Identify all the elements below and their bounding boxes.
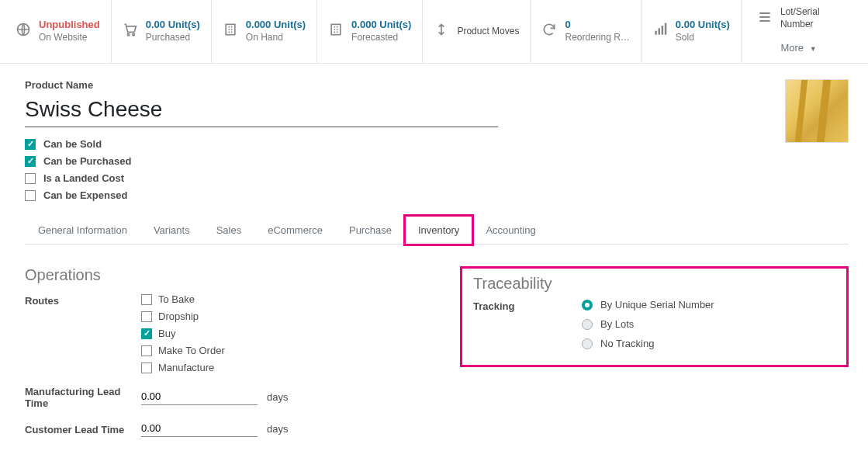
tab-inventory[interactable]: Inventory xyxy=(405,216,472,245)
svg-rect-5 xyxy=(655,31,657,35)
stat-lotserial-line2: Number xyxy=(780,19,820,31)
tab-ecommerce[interactable]: eCommerce xyxy=(254,216,336,245)
tabs-row: General Information Variants Sales eComm… xyxy=(25,215,849,245)
updown-arrows-icon xyxy=(434,22,449,41)
checkbox-icon xyxy=(141,363,152,373)
tracking-none[interactable]: No Tracking xyxy=(582,338,835,349)
building-icon xyxy=(223,22,238,41)
route-make-to-order[interactable]: Make To Order xyxy=(141,345,413,356)
form-area: Product Name Can be Sold Can be Purchase… xyxy=(0,64,868,442)
refresh-icon xyxy=(541,22,557,41)
tab-accounting[interactable]: Accounting xyxy=(472,216,548,245)
cust-lead-input[interactable] xyxy=(141,420,258,437)
svg-point-1 xyxy=(127,33,130,35)
stat-forecasted[interactable]: 0.000 Unit(s) Forecasted xyxy=(317,0,423,63)
checkbox-icon xyxy=(25,139,36,150)
svg-rect-7 xyxy=(662,26,664,35)
checkbox-landed-cost[interactable]: Is a Landed Cost xyxy=(25,172,498,184)
route-label: Dropship xyxy=(158,310,199,322)
route-to-bake[interactable]: To Bake xyxy=(141,293,413,305)
checkbox-icon xyxy=(25,156,36,167)
mfg-lead-input[interactable] xyxy=(141,388,258,405)
stat-reordering[interactable]: 0 Reordering R… xyxy=(531,0,641,63)
checkbox-icon xyxy=(25,190,36,201)
checkbox-icon xyxy=(25,173,36,184)
route-label: Make To Order xyxy=(158,345,225,356)
tracking-lots[interactable]: By Lots xyxy=(582,318,835,330)
operations-title: Operations xyxy=(25,266,413,284)
globe-icon xyxy=(16,22,31,41)
days-unit: days xyxy=(267,391,288,403)
product-name-label: Product Name xyxy=(25,79,498,91)
tracking-label: Tracking xyxy=(473,299,582,312)
stat-website-status: Unpublished xyxy=(39,19,100,32)
tab-sales[interactable]: Sales xyxy=(203,216,255,245)
traceability-section: Traceability Tracking By Unique Serial N… xyxy=(460,266,849,367)
stat-reordering-label: Reordering R… xyxy=(565,32,629,44)
stat-lotserial[interactable]: Lot/Serial Number xyxy=(742,0,831,37)
radio-label: By Lots xyxy=(600,318,634,330)
inventory-tab-content: Operations Routes To Bake Dropship Buy xyxy=(25,245,849,442)
checkbox-label: Is a Landed Cost xyxy=(43,172,124,184)
product-name-input[interactable] xyxy=(25,94,498,127)
route-dropship[interactable]: Dropship xyxy=(141,310,413,322)
stat-reordering-value: 0 xyxy=(565,19,629,32)
tracking-serial[interactable]: By Unique Serial Number xyxy=(582,299,835,310)
checkbox-label: Can be Expensed xyxy=(43,189,127,201)
checkbox-label: Can be Purchased xyxy=(43,155,131,167)
svg-rect-3 xyxy=(226,24,235,34)
stat-lotserial-line1: Lot/Serial xyxy=(780,6,820,19)
route-manufacture[interactable]: Manufacture xyxy=(141,362,413,373)
stat-sold[interactable]: 0.00 Unit(s) Sold xyxy=(641,0,742,63)
cust-lead-label: Customer Lead Time xyxy=(25,422,141,435)
stat-forecasted-value: 0.000 Unit(s) xyxy=(351,19,411,32)
radio-label: By Unique Serial Number xyxy=(600,299,714,310)
checkbox-icon xyxy=(141,311,152,322)
stat-purchased[interactable]: 0.00 Unit(s) Purchased xyxy=(112,0,212,63)
checkbox-icon xyxy=(141,345,152,356)
stat-sold-label: Sold xyxy=(676,32,730,44)
route-buy[interactable]: Buy xyxy=(141,328,413,339)
radio-icon xyxy=(582,300,593,310)
stat-forecasted-label: Forecasted xyxy=(351,32,411,44)
product-image[interactable] xyxy=(785,79,849,143)
tab-variants[interactable]: Variants xyxy=(140,216,203,245)
route-label: Manufacture xyxy=(158,362,214,373)
checkbox-can-be-purchased[interactable]: Can be Purchased xyxy=(25,155,498,167)
more-label: More xyxy=(780,42,804,54)
more-dropdown[interactable]: More ▼ xyxy=(742,37,831,63)
route-label: To Bake xyxy=(158,293,195,305)
stat-purchased-value: 0.00 Unit(s) xyxy=(146,19,200,32)
svg-rect-8 xyxy=(665,23,667,35)
list-icon xyxy=(757,9,773,29)
stat-website-label: On Website xyxy=(39,32,100,44)
routes-label: Routes xyxy=(25,293,141,307)
stat-website[interactable]: Unpublished On Website xyxy=(0,0,112,63)
days-unit: days xyxy=(267,423,288,435)
mfg-lead-label: Manufacturing Lead Time xyxy=(25,384,141,409)
svg-rect-4 xyxy=(331,24,341,34)
radio-icon xyxy=(582,338,593,349)
checkbox-icon xyxy=(141,294,152,305)
stat-moves-label: Product Moves xyxy=(457,26,519,38)
chevron-down-icon: ▼ xyxy=(810,45,817,53)
stat-sold-value: 0.00 Unit(s) xyxy=(676,19,730,32)
tab-purchase[interactable]: Purchase xyxy=(336,216,405,245)
svg-rect-6 xyxy=(658,28,660,34)
checkbox-can-be-sold[interactable]: Can be Sold xyxy=(25,138,498,150)
tab-general-information[interactable]: General Information xyxy=(25,216,140,245)
radio-icon xyxy=(582,319,593,330)
stats-row: Unpublished On Website 0.00 Unit(s) Purc… xyxy=(0,0,868,64)
cart-icon xyxy=(123,22,138,41)
route-label: Buy xyxy=(158,328,175,339)
checkbox-can-be-expensed[interactable]: Can be Expensed xyxy=(25,189,498,201)
traceability-title: Traceability xyxy=(473,275,835,293)
stat-onhand[interactable]: 0.000 Unit(s) On Hand xyxy=(212,0,317,63)
checkbox-icon xyxy=(141,328,152,339)
stat-onhand-label: On Hand xyxy=(246,32,306,44)
stat-onhand-value: 0.000 Unit(s) xyxy=(246,19,306,32)
building-icon xyxy=(328,22,344,41)
radio-label: No Tracking xyxy=(600,338,654,349)
stat-moves[interactable]: Product Moves xyxy=(423,0,531,63)
stat-purchased-label: Purchased xyxy=(146,32,200,44)
